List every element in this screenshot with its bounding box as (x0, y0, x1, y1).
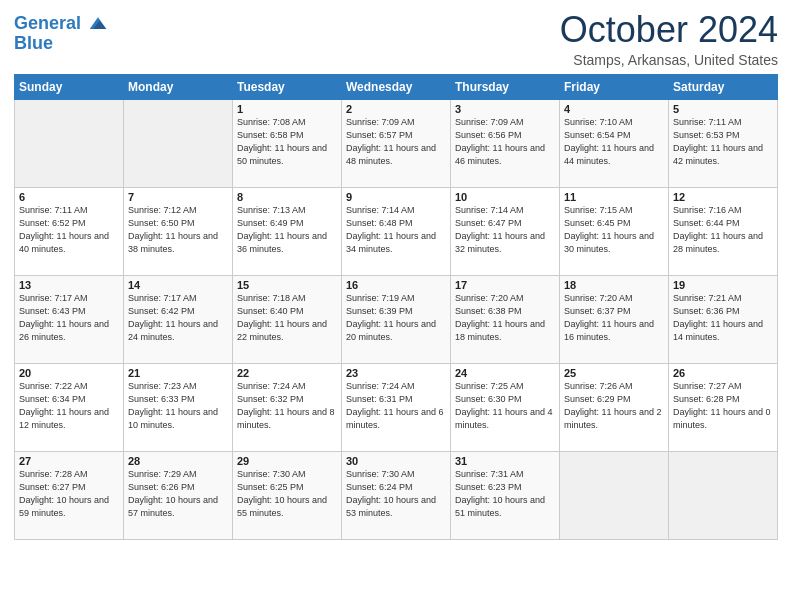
header: General Blue October 2024 Stamps, Arkans… (14, 10, 778, 68)
calendar-cell (15, 99, 124, 187)
day-info: Sunrise: 7:28 AMSunset: 6:27 PMDaylight:… (19, 468, 119, 520)
calendar-week-row: 20Sunrise: 7:22 AMSunset: 6:34 PMDayligh… (15, 363, 778, 451)
day-number: 30 (346, 455, 446, 467)
day-info: Sunrise: 7:30 AMSunset: 6:24 PMDaylight:… (346, 468, 446, 520)
calendar-cell: 12Sunrise: 7:16 AMSunset: 6:44 PMDayligh… (669, 187, 778, 275)
day-info: Sunrise: 7:20 AMSunset: 6:38 PMDaylight:… (455, 292, 555, 344)
weekday-header: Tuesday (233, 74, 342, 99)
day-number: 6 (19, 191, 119, 203)
calendar-cell: 8Sunrise: 7:13 AMSunset: 6:49 PMDaylight… (233, 187, 342, 275)
calendar-cell: 11Sunrise: 7:15 AMSunset: 6:45 PMDayligh… (560, 187, 669, 275)
day-info: Sunrise: 7:21 AMSunset: 6:36 PMDaylight:… (673, 292, 773, 344)
day-info: Sunrise: 7:17 AMSunset: 6:43 PMDaylight:… (19, 292, 119, 344)
day-info: Sunrise: 7:13 AMSunset: 6:49 PMDaylight:… (237, 204, 337, 256)
day-number: 18 (564, 279, 664, 291)
location-subtitle: Stamps, Arkansas, United States (560, 52, 778, 68)
weekday-header: Saturday (669, 74, 778, 99)
day-number: 23 (346, 367, 446, 379)
day-number: 20 (19, 367, 119, 379)
day-number: 14 (128, 279, 228, 291)
calendar-cell: 21Sunrise: 7:23 AMSunset: 6:33 PMDayligh… (124, 363, 233, 451)
day-info: Sunrise: 7:24 AMSunset: 6:32 PMDaylight:… (237, 380, 337, 432)
day-number: 3 (455, 103, 555, 115)
calendar-cell: 2Sunrise: 7:09 AMSunset: 6:57 PMDaylight… (342, 99, 451, 187)
month-title: October 2024 (560, 10, 778, 50)
day-number: 4 (564, 103, 664, 115)
calendar-cell: 26Sunrise: 7:27 AMSunset: 6:28 PMDayligh… (669, 363, 778, 451)
calendar-cell: 15Sunrise: 7:18 AMSunset: 6:40 PMDayligh… (233, 275, 342, 363)
day-number: 5 (673, 103, 773, 115)
calendar-cell: 19Sunrise: 7:21 AMSunset: 6:36 PMDayligh… (669, 275, 778, 363)
day-info: Sunrise: 7:26 AMSunset: 6:29 PMDaylight:… (564, 380, 664, 432)
calendar-week-row: 27Sunrise: 7:28 AMSunset: 6:27 PMDayligh… (15, 451, 778, 539)
calendar-cell: 25Sunrise: 7:26 AMSunset: 6:29 PMDayligh… (560, 363, 669, 451)
calendar-cell (124, 99, 233, 187)
calendar-cell: 28Sunrise: 7:29 AMSunset: 6:26 PMDayligh… (124, 451, 233, 539)
calendar-cell: 9Sunrise: 7:14 AMSunset: 6:48 PMDaylight… (342, 187, 451, 275)
weekday-header: Friday (560, 74, 669, 99)
calendar-cell: 4Sunrise: 7:10 AMSunset: 6:54 PMDaylight… (560, 99, 669, 187)
day-info: Sunrise: 7:27 AMSunset: 6:28 PMDaylight:… (673, 380, 773, 432)
day-number: 17 (455, 279, 555, 291)
day-number: 12 (673, 191, 773, 203)
calendar-cell: 24Sunrise: 7:25 AMSunset: 6:30 PMDayligh… (451, 363, 560, 451)
calendar-cell: 31Sunrise: 7:31 AMSunset: 6:23 PMDayligh… (451, 451, 560, 539)
calendar-cell (560, 451, 669, 539)
calendar-week-row: 13Sunrise: 7:17 AMSunset: 6:43 PMDayligh… (15, 275, 778, 363)
day-number: 9 (346, 191, 446, 203)
calendar-cell: 17Sunrise: 7:20 AMSunset: 6:38 PMDayligh… (451, 275, 560, 363)
day-number: 8 (237, 191, 337, 203)
logo: General Blue (14, 14, 108, 54)
day-info: Sunrise: 7:23 AMSunset: 6:33 PMDaylight:… (128, 380, 228, 432)
day-info: Sunrise: 7:11 AMSunset: 6:52 PMDaylight:… (19, 204, 119, 256)
calendar-cell: 10Sunrise: 7:14 AMSunset: 6:47 PMDayligh… (451, 187, 560, 275)
day-info: Sunrise: 7:30 AMSunset: 6:25 PMDaylight:… (237, 468, 337, 520)
weekday-header: Monday (124, 74, 233, 99)
day-info: Sunrise: 7:10 AMSunset: 6:54 PMDaylight:… (564, 116, 664, 168)
logo-blue: Blue (14, 34, 108, 54)
day-info: Sunrise: 7:22 AMSunset: 6:34 PMDaylight:… (19, 380, 119, 432)
calendar-cell: 16Sunrise: 7:19 AMSunset: 6:39 PMDayligh… (342, 275, 451, 363)
day-number: 10 (455, 191, 555, 203)
day-info: Sunrise: 7:24 AMSunset: 6:31 PMDaylight:… (346, 380, 446, 432)
day-number: 25 (564, 367, 664, 379)
calendar-cell: 29Sunrise: 7:30 AMSunset: 6:25 PMDayligh… (233, 451, 342, 539)
day-info: Sunrise: 7:25 AMSunset: 6:30 PMDaylight:… (455, 380, 555, 432)
day-info: Sunrise: 7:29 AMSunset: 6:26 PMDaylight:… (128, 468, 228, 520)
day-info: Sunrise: 7:09 AMSunset: 6:57 PMDaylight:… (346, 116, 446, 168)
calendar-cell: 30Sunrise: 7:30 AMSunset: 6:24 PMDayligh… (342, 451, 451, 539)
weekday-header: Thursday (451, 74, 560, 99)
calendar-cell: 27Sunrise: 7:28 AMSunset: 6:27 PMDayligh… (15, 451, 124, 539)
calendar-cell: 20Sunrise: 7:22 AMSunset: 6:34 PMDayligh… (15, 363, 124, 451)
day-info: Sunrise: 7:31 AMSunset: 6:23 PMDaylight:… (455, 468, 555, 520)
day-info: Sunrise: 7:14 AMSunset: 6:48 PMDaylight:… (346, 204, 446, 256)
day-info: Sunrise: 7:09 AMSunset: 6:56 PMDaylight:… (455, 116, 555, 168)
calendar-cell: 13Sunrise: 7:17 AMSunset: 6:43 PMDayligh… (15, 275, 124, 363)
logo-text: General (14, 14, 108, 34)
day-number: 13 (19, 279, 119, 291)
title-area: October 2024 Stamps, Arkansas, United St… (560, 10, 778, 68)
day-info: Sunrise: 7:14 AMSunset: 6:47 PMDaylight:… (455, 204, 555, 256)
day-info: Sunrise: 7:15 AMSunset: 6:45 PMDaylight:… (564, 204, 664, 256)
calendar-cell: 5Sunrise: 7:11 AMSunset: 6:53 PMDaylight… (669, 99, 778, 187)
calendar-cell: 7Sunrise: 7:12 AMSunset: 6:50 PMDaylight… (124, 187, 233, 275)
calendar-cell (669, 451, 778, 539)
header-row: SundayMondayTuesdayWednesdayThursdayFrid… (15, 74, 778, 99)
day-number: 2 (346, 103, 446, 115)
day-info: Sunrise: 7:08 AMSunset: 6:58 PMDaylight:… (237, 116, 337, 168)
day-info: Sunrise: 7:19 AMSunset: 6:39 PMDaylight:… (346, 292, 446, 344)
calendar-week-row: 6Sunrise: 7:11 AMSunset: 6:52 PMDaylight… (15, 187, 778, 275)
day-number: 31 (455, 455, 555, 467)
calendar-page: General Blue October 2024 Stamps, Arkans… (0, 0, 792, 612)
calendar-table: SundayMondayTuesdayWednesdayThursdayFrid… (14, 74, 778, 540)
day-number: 27 (19, 455, 119, 467)
day-number: 28 (128, 455, 228, 467)
calendar-cell: 18Sunrise: 7:20 AMSunset: 6:37 PMDayligh… (560, 275, 669, 363)
day-info: Sunrise: 7:18 AMSunset: 6:40 PMDaylight:… (237, 292, 337, 344)
calendar-cell: 23Sunrise: 7:24 AMSunset: 6:31 PMDayligh… (342, 363, 451, 451)
day-info: Sunrise: 7:17 AMSunset: 6:42 PMDaylight:… (128, 292, 228, 344)
day-info: Sunrise: 7:16 AMSunset: 6:44 PMDaylight:… (673, 204, 773, 256)
day-number: 29 (237, 455, 337, 467)
day-number: 16 (346, 279, 446, 291)
day-number: 15 (237, 279, 337, 291)
